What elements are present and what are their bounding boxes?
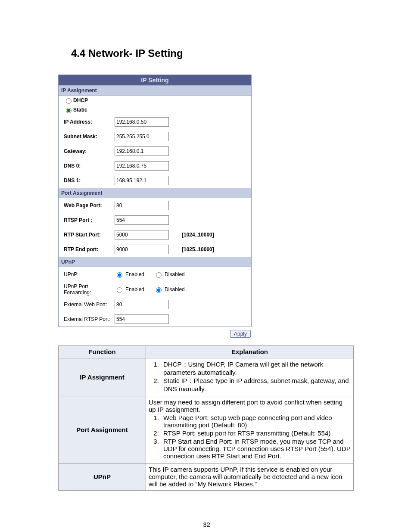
ip-setting-panel: IP Setting IP Assignment DHCP Static IP … [58, 75, 252, 327]
upnp-fw-disabled-radio[interactable] [156, 287, 162, 293]
dns0-input[interactable] [115, 161, 169, 171]
rtp-end-input[interactable] [115, 245, 169, 254]
upnp-label: UPnP: [64, 271, 115, 277]
exp-port-item: Web Page Port: setup web page connecting… [161, 414, 351, 429]
dns0-label: DNS 0: [64, 163, 115, 169]
page-number: 32 [58, 521, 355, 528]
th-explanation: Explanation [146, 346, 354, 358]
subnet-mask-label: Subnet Mask: [64, 134, 115, 140]
exp-upnp: This IP camera supports UPnP, If this se… [146, 464, 354, 491]
th-function: Function [59, 346, 146, 358]
rtp-start-hint: [1024..10000] [182, 232, 214, 238]
upnp-disabled-radio[interactable] [156, 272, 162, 278]
ext-rtsp-input[interactable] [115, 314, 169, 324]
table-row: Port Assignment User may need to assign … [59, 396, 354, 464]
subnet-mask-input[interactable] [115, 132, 169, 141]
ip-address-input[interactable] [115, 117, 169, 127]
ip-address-label: IP Address: [64, 119, 115, 125]
ext-rtsp-label: External RTSP Port: [64, 316, 115, 322]
panel-title: IP Setting [59, 75, 251, 85]
exp-port-item: RTP Start and End Port: in RTSP mode, yo… [161, 438, 351, 460]
ext-web-input[interactable] [115, 300, 169, 309]
fn-port-assignment: Port Assignment [59, 396, 146, 464]
fn-upnp: UPnP [59, 464, 146, 491]
rtp-end-label: RTP End port: [64, 246, 115, 252]
upnp-fw-label: UPnP Port Forwarding: [64, 283, 115, 296]
exp-port-assignment: User may need to assign different port t… [146, 396, 354, 464]
rtsp-port-label: RTSP Port : [64, 217, 115, 223]
static-radio[interactable] [66, 108, 72, 113]
section-port-assignment: Port Assignment [59, 188, 251, 198]
upnp-fw-disabled-label: Disabled [165, 286, 185, 292]
exp-ip-item: Static IP：Please type in IP address, sub… [161, 377, 351, 392]
gateway-input[interactable] [115, 146, 169, 156]
exp-ip-assignment: DHCP：Using DHCP, IP Camera will get all … [146, 358, 354, 396]
rtsp-port-input[interactable] [115, 215, 169, 225]
upnp-fw-enabled-label: Enabled [125, 286, 144, 292]
explanation-table: Function Explanation IP Assignment DHCP：… [58, 345, 354, 491]
upnp-enabled-label: Enabled [125, 271, 144, 277]
apply-button[interactable]: Apply [230, 330, 251, 338]
exp-ip-item: DHCP：Using DHCP, IP Camera will get all … [161, 361, 351, 376]
dns1-input[interactable] [115, 176, 169, 185]
section-upnp: UPnP [59, 257, 251, 267]
exp-port-lead: User may need to assign different port t… [149, 398, 351, 413]
rtp-start-label: RTP Start Port: [64, 232, 115, 238]
table-row: IP Assignment DHCP：Using DHCP, IP Camera… [59, 358, 354, 396]
table-row: UPnP This IP camera supports UPnP, If th… [59, 464, 354, 491]
upnp-disabled-label: Disabled [165, 271, 185, 277]
rtp-end-hint: [1025..10000] [182, 246, 214, 252]
ext-web-label: External Web Port: [64, 302, 115, 308]
page-heading: 4.4 Network- IP Setting [71, 47, 355, 59]
exp-port-item: RTSP Port: setup port for RTSP transmitt… [161, 429, 351, 437]
dhcp-radio[interactable] [66, 98, 72, 104]
web-port-label: Web Page Port: [64, 202, 115, 208]
static-label: Static [73, 107, 87, 113]
web-port-input[interactable] [115, 201, 169, 210]
upnp-enabled-radio[interactable] [117, 272, 122, 278]
gateway-label: Gateway: [64, 148, 115, 154]
upnp-fw-enabled-radio[interactable] [117, 287, 122, 293]
dns1-label: DNS 1: [64, 177, 115, 184]
dhcp-label: DHCP [73, 97, 88, 103]
rtp-start-input[interactable] [115, 230, 169, 240]
section-ip-assignment: IP Assignment [59, 85, 251, 96]
fn-ip-assignment: IP Assignment [59, 358, 146, 396]
